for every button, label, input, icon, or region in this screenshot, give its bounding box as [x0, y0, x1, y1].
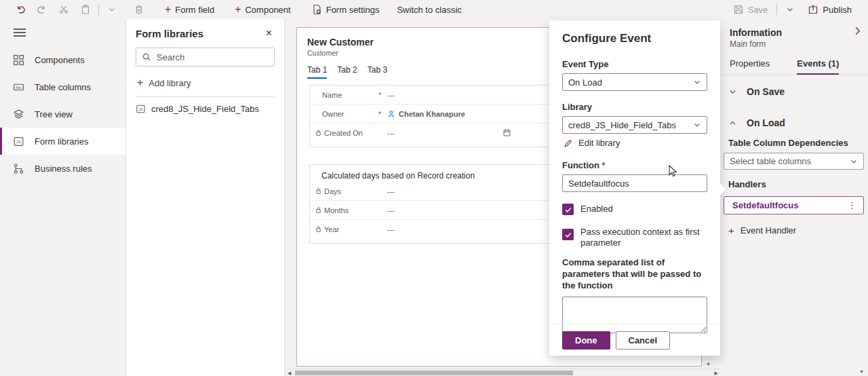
- add-library-button[interactable]: + Add library: [137, 77, 275, 88]
- tab-properties[interactable]: Properties: [730, 58, 770, 75]
- cut-button[interactable]: [53, 1, 75, 18]
- form-settings-icon: [311, 4, 322, 15]
- js-library-icon: JS: [136, 104, 146, 114]
- field-label: Name: [322, 91, 342, 99]
- form-settings-label: Form settings: [326, 5, 380, 15]
- chevron-up-icon: [728, 119, 737, 128]
- scroll-down-icon: ▼: [859, 369, 864, 374]
- top-toolbar: + Form field + Component Form settings S…: [0, 0, 868, 19]
- tree-view-icon: [13, 109, 24, 120]
- add-library-label: Add library: [149, 78, 191, 88]
- library-dropdown[interactable]: cred8_JS_Hide_Field_Tabs: [562, 116, 707, 134]
- components-icon: [13, 54, 24, 66]
- publish-button[interactable]: Publish: [801, 1, 859, 18]
- event-type-label: Event Type: [562, 59, 707, 69]
- handlers-label: Handlers: [720, 170, 868, 194]
- switch-to-classic-button[interactable]: Switch to classic: [390, 1, 468, 18]
- component-button[interactable]: + Component: [228, 1, 298, 18]
- save-options-button[interactable]: [779, 1, 801, 18]
- save-button[interactable]: Save: [726, 1, 775, 18]
- sidebar-item-business-rules[interactable]: Business rules: [0, 155, 125, 182]
- scroll-left-icon: ◀: [288, 371, 291, 375]
- pencil-icon: [564, 138, 573, 148]
- function-label: Function *: [562, 160, 707, 170]
- chevron-right-icon: [852, 26, 863, 36]
- on-save-section-header[interactable]: On Save: [720, 75, 868, 101]
- chevron-down-icon: [850, 157, 858, 166]
- dialog-title: Configure Event: [562, 32, 707, 45]
- plus-icon: +: [235, 4, 241, 15]
- sidebar-item-form-libraries[interactable]: JS Form libraries: [0, 128, 125, 155]
- svg-text:JS: JS: [16, 140, 21, 144]
- close-panel-button[interactable]: ×: [263, 27, 275, 39]
- tab-3[interactable]: Tab 3: [368, 65, 387, 79]
- hamburger-icon: [13, 28, 26, 37]
- tab-1[interactable]: Tab 1: [307, 65, 327, 79]
- enabled-checkbox[interactable]: [562, 204, 574, 215]
- tab-2[interactable]: Tab 2: [337, 65, 357, 79]
- enabled-checkbox-row[interactable]: Enabled: [562, 203, 707, 215]
- pass-context-checkbox[interactable]: [562, 229, 574, 240]
- svg-text:Abc: Abc: [16, 85, 22, 89]
- undo-button[interactable]: [9, 1, 31, 18]
- form-settings-button[interactable]: Form settings: [304, 1, 387, 18]
- edit-library-label: Edit library: [578, 138, 620, 148]
- table-columns-icon: Abc: [13, 81, 24, 93]
- function-label-text: Function: [562, 160, 599, 170]
- handler-more-button[interactable]: ⋮: [848, 200, 856, 210]
- dialog-callout-beak: [720, 183, 726, 195]
- hscroll-thumb[interactable]: [295, 371, 573, 375]
- add-event-handler-button[interactable]: + Event Handler: [720, 214, 868, 236]
- more-commands-button[interactable]: [101, 1, 123, 18]
- done-button[interactable]: Done: [562, 331, 610, 350]
- enabled-label: Enabled: [580, 203, 613, 214]
- function-input[interactable]: [562, 174, 707, 192]
- hscroll-left-arrow[interactable]: ◀: [288, 371, 291, 376]
- event-type-dropdown[interactable]: On Load: [562, 73, 707, 91]
- cancel-button[interactable]: Cancel: [616, 331, 671, 350]
- canvas-vscroll-down-arrow[interactable]: ▼: [706, 362, 711, 366]
- collapse-panel-button[interactable]: [852, 26, 863, 36]
- delete-button[interactable]: [128, 1, 150, 18]
- collapse-sidebar-button[interactable]: [0, 19, 125, 46]
- redo-icon: [37, 4, 47, 15]
- handler-item[interactable]: Setdefaultfocus ⋮: [724, 196, 864, 214]
- business-rules-icon: [13, 163, 24, 174]
- panel-scroll-down-arrow[interactable]: ▼: [859, 369, 864, 374]
- redo-button[interactable]: [31, 1, 53, 18]
- plus-icon: +: [137, 77, 143, 88]
- edit-library-button[interactable]: Edit library: [564, 138, 707, 148]
- plus-icon: +: [728, 225, 734, 236]
- on-load-section-header[interactable]: On Load: [720, 101, 868, 132]
- switch-to-classic-label: Switch to classic: [397, 5, 461, 15]
- pass-context-label: Pass execution context as first paramete…: [580, 226, 707, 248]
- tab-events[interactable]: Events (1): [797, 58, 839, 75]
- paste-button[interactable]: [75, 1, 96, 18]
- sidebar-item-label: Table columns: [35, 82, 91, 92]
- form-field-button[interactable]: + Form field: [158, 1, 221, 18]
- lock-icon: [315, 129, 322, 136]
- search-input[interactable]: [157, 52, 258, 62]
- search-icon: [142, 52, 151, 62]
- required-marker: *: [378, 110, 381, 118]
- chevron-down-icon: [108, 5, 116, 14]
- canvas-hscrollbar[interactable]: ◀ ▶: [285, 369, 720, 376]
- sidebar-item-table-columns[interactable]: Abc Table columns: [0, 73, 125, 100]
- chevron-down-icon: [693, 78, 701, 86]
- form-libraries-icon: JS: [13, 136, 24, 147]
- calendar-icon: [502, 128, 511, 137]
- event-type-value: On Load: [568, 77, 602, 88]
- library-list-item[interactable]: JS cred8_JS_Hide_Field_Tabs: [136, 104, 275, 114]
- table-columns-dropdown[interactable]: Select table columns: [724, 153, 864, 170]
- field-label: Owner: [322, 110, 344, 118]
- required-marker: *: [378, 91, 381, 99]
- field-value: Chetan Khanapure: [399, 110, 465, 118]
- publish-label: Publish: [823, 5, 852, 15]
- hscroll-right-arrow[interactable]: ▶: [715, 371, 718, 376]
- sidebar-item-label: Business rules: [35, 164, 92, 174]
- sidebar-item-components[interactable]: Components: [0, 46, 125, 73]
- sidebar-item-tree-view[interactable]: Tree view: [0, 100, 125, 128]
- field-label: Days: [324, 187, 341, 195]
- field-value: ---: [387, 187, 395, 195]
- pass-context-checkbox-row[interactable]: Pass execution context as first paramete…: [562, 226, 707, 248]
